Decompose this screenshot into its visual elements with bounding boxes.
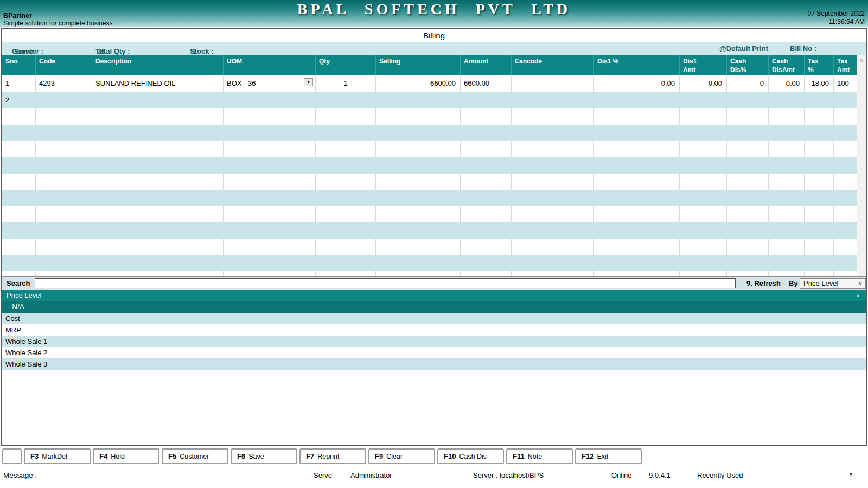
empty-grid-cell	[92, 271, 224, 276]
column-header-dis1-amt: Dis1 Amt	[680, 55, 727, 75]
empty-grid-cell	[316, 239, 376, 255]
empty-grid-cell	[224, 108, 316, 125]
grid-cell[interactable]: 0.00	[680, 75, 727, 92]
price-level-item-whole-sale-3[interactable]: Whole Sale 3	[2, 358, 866, 370]
grid-row-2[interactable]: 2	[2, 92, 857, 108]
price-level-item-whole-sale-1[interactable]: Whole Sale 1	[2, 336, 866, 347]
refresh-button[interactable]: 9. Refresh	[746, 279, 781, 287]
empty-grid-cell	[316, 206, 376, 222]
empty-grid-cell	[594, 271, 680, 276]
grid-cell[interactable]: 4293	[36, 75, 92, 92]
grid-cell[interactable]: SUNLAND REFINED OIL	[92, 75, 224, 92]
empty-grid-cell	[2, 174, 36, 190]
grid-cell[interactable]: 0	[727, 75, 769, 92]
price-level-item-whole-sale-2[interactable]: Whole Sale 2	[2, 347, 866, 358]
fkey-action-label: Note	[528, 453, 542, 460]
column-header-code: Code	[36, 55, 92, 75]
fkey-label: F4	[99, 452, 107, 460]
empty-grid-cell	[461, 271, 512, 276]
empty-grid-cell	[376, 174, 461, 190]
uom-dropdown-button[interactable]: ▾	[304, 78, 313, 86]
column-header-sno: Sno	[2, 55, 36, 75]
grid-cell[interactable]: 0.00	[594, 75, 680, 92]
empty-grid-cell	[805, 206, 834, 222]
fkey-f7-button[interactable]: F7Reprint	[299, 448, 366, 464]
panel-filler	[2, 370, 866, 445]
fkey-f11-button[interactable]: F11Note	[506, 448, 573, 464]
empty-grid-cell	[224, 174, 316, 190]
empty-grid-cell	[805, 239, 834, 255]
search-input[interactable]	[35, 278, 736, 288]
price-level-item-n-a[interactable]: - N/A -	[2, 301, 866, 313]
message-label: Message :	[3, 471, 37, 479]
empty-grid-cell	[376, 108, 461, 125]
grid-row-1[interactable]: 14293SUNLAND REFINED OILBOX - 36▾16600.0…	[2, 75, 857, 92]
grid-cell[interactable]: 100	[834, 75, 857, 92]
column-header-tax-: Tax %	[805, 55, 834, 75]
grid-cell[interactable]: 0.00	[769, 75, 805, 92]
empty-grid-cell	[727, 239, 769, 255]
empty-grid-cell	[834, 141, 857, 157]
search-by-select[interactable]: Price Level ∨	[800, 278, 866, 289]
stock-info: Stock : 1	[190, 44, 192, 53]
empty-grid-cell	[316, 141, 376, 157]
default-print-label[interactable]: @Default Print	[719, 44, 768, 53]
fkey-f6-button[interactable]: F6Save	[231, 448, 297, 464]
price-level-item-cost[interactable]: Cost	[2, 313, 866, 324]
empty-grid-row	[2, 271, 857, 276]
empty-grid-cell	[680, 271, 727, 276]
grid-cell[interactable]: BOX - 36▾	[224, 75, 316, 92]
status-version: 9.0.4.1	[649, 471, 671, 479]
empty-grid-row	[2, 239, 857, 255]
empty-grid-cell	[224, 239, 316, 255]
fkey-label: F3	[30, 452, 39, 460]
grid-cell[interactable]: 1	[2, 75, 36, 92]
fkey-f10-button[interactable]: F10Cash Dis	[437, 448, 504, 464]
grid-cell[interactable]: 1	[316, 75, 376, 92]
chevron-down-icon: ∨	[858, 280, 863, 287]
empty-grid-cell	[316, 108, 376, 125]
status-server: Server : localhost\BPS	[473, 471, 544, 479]
grid-cell[interactable]: 18.00	[805, 75, 834, 92]
empty-grid-cell	[461, 141, 512, 157]
grid-cell[interactable]: 6600.00	[376, 75, 461, 92]
scroll-up-icon[interactable]: ∧	[857, 55, 866, 65]
fkey-action-label: Hold	[111, 453, 125, 460]
empty-grid-row	[2, 190, 857, 206]
empty-grid-cell	[92, 206, 224, 222]
counter-info: Counter : Serve	[12, 44, 14, 53]
empty-grid-cell	[834, 108, 857, 125]
empty-grid-cell	[680, 206, 727, 222]
fkey-label: F7	[306, 452, 314, 460]
fkey-f9-button[interactable]: F9Clear	[368, 448, 435, 464]
empty-grid-cell	[834, 206, 857, 222]
price-level-header[interactable]: Price Level ▲	[2, 290, 866, 301]
empty-grid-row	[2, 125, 857, 141]
empty-grid-cell	[2, 271, 36, 276]
blank-button[interactable]	[2, 448, 22, 464]
price-level-item-mrp[interactable]: MRP	[2, 324, 866, 336]
empty-grid-cell	[727, 108, 769, 125]
empty-grid-cell	[36, 239, 92, 255]
grid-scrollbar[interactable]: ∧	[857, 55, 866, 276]
empty-grid-cell	[224, 141, 316, 157]
empty-grid-cell	[594, 108, 680, 125]
grid-cell[interactable]: 6600.00	[461, 75, 512, 92]
info-bar: Counter : Serve Total Qty : 36 Stock : 1…	[2, 42, 866, 55]
fkey-f12-button[interactable]: F12Exit	[575, 448, 642, 464]
status-bar: Message : Serve Administrator Server : l…	[0, 466, 868, 488]
empty-grid-cell	[769, 108, 805, 125]
empty-grid-cell	[36, 206, 92, 222]
empty-grid-row	[2, 174, 857, 190]
fkey-f3-button[interactable]: F3MarkDel	[24, 448, 91, 464]
fkey-label: F6	[237, 452, 245, 460]
fkey-f4-button[interactable]: F4Hold	[93, 448, 159, 464]
grid-cell[interactable]	[512, 75, 594, 92]
empty-grid-cell	[680, 141, 727, 157]
empty-grid-cell	[461, 239, 512, 255]
column-header-eancode: Eancode	[512, 55, 594, 75]
status-caret-icon[interactable]: ▾	[850, 471, 852, 477]
empty-grid-cell	[834, 174, 857, 190]
app-header: BPartner Simple solution for complete bu…	[0, 0, 868, 27]
fkey-f5-button[interactable]: F5Customer	[162, 448, 228, 464]
